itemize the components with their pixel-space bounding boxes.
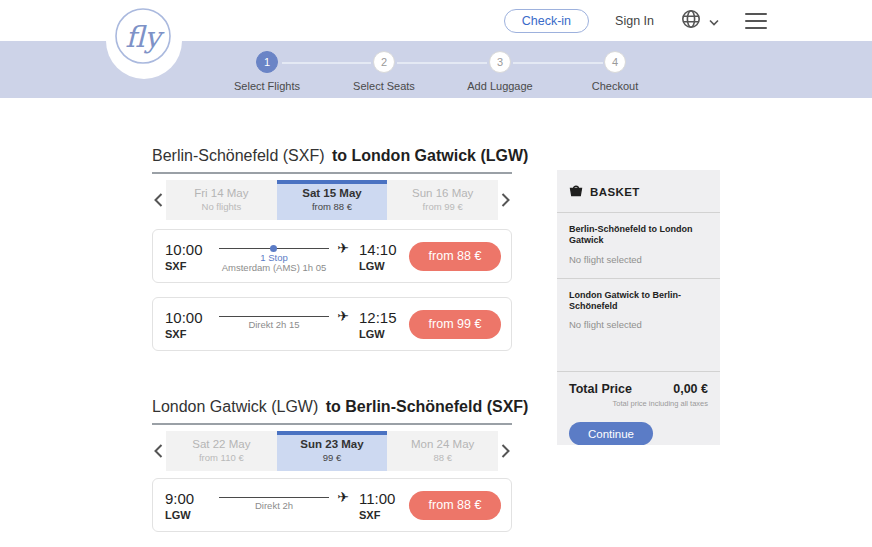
- section-title: Berlin-Schönefeld (SXF) to London Gatwic…: [152, 147, 512, 174]
- departure-airport-code: LGW: [165, 509, 215, 521]
- arrival-time: 14:10: [359, 241, 409, 258]
- date-tab-price: from 99 €: [387, 201, 498, 212]
- departure-airport-code: SXF: [165, 328, 215, 340]
- basket-total: Total Price 0,00 € Total price including…: [557, 372, 720, 445]
- basket-item-route: Berlin-Schönefeld to London Gatwick: [569, 224, 708, 247]
- basket-item-status: No flight selected: [569, 319, 708, 330]
- date-tab-price: 99 €: [277, 452, 388, 463]
- date-selector: Fri 14 May No flights Sat 15 May from 88…: [152, 180, 512, 220]
- section-title-origin: London Gatwick (LGW): [152, 398, 318, 415]
- fly-logo[interactable]: fly: [106, 3, 182, 79]
- route-detail: Direkt 2h: [217, 500, 331, 511]
- step-label: Select Seats: [328, 80, 440, 92]
- section-title-destination: to Berlin-Schönefeld (SXF): [326, 398, 529, 415]
- basket-header: BASKET: [557, 170, 720, 213]
- date-tab-sun-23-may[interactable]: Sun 23 May 99 €: [277, 431, 388, 471]
- flight-price-button[interactable]: from 88 €: [409, 242, 501, 271]
- chevron-right-icon[interactable]: [499, 180, 512, 220]
- date-tab-day: Sat 15 May: [277, 187, 388, 199]
- date-tabs: Fri 14 May No flights Sat 15 May from 88…: [166, 180, 498, 220]
- flight-route: ✈ Direkt 2h 15: [217, 297, 355, 351]
- step-add-luggage[interactable]: 3 Add Luggage: [444, 41, 556, 92]
- chevron-down-icon: [709, 12, 719, 30]
- step-number: 2: [373, 51, 395, 73]
- flight-option[interactable]: 9:00 LGW ✈ Direkt 2h 11:00 SXF from 88 €: [152, 478, 512, 532]
- step-label: Add Luggage: [444, 80, 556, 92]
- continue-button[interactable]: Continue: [569, 422, 653, 445]
- date-tab-sun-16-may[interactable]: Sun 16 May from 99 €: [387, 180, 498, 220]
- flight-price-button[interactable]: from 99 €: [409, 310, 501, 339]
- date-tab-sat-15-may[interactable]: Sat 15 May from 88 €: [277, 180, 388, 220]
- arrival-airport-code: LGW: [359, 328, 409, 340]
- route-line: [219, 497, 329, 498]
- basket-item-return: London Gatwick to Berlin-Schönefeld No f…: [557, 279, 720, 373]
- hamburger-menu-icon[interactable]: [745, 11, 767, 31]
- date-tab-day: Fri 14 May: [166, 187, 277, 199]
- departure-info: 10:00 SXF: [165, 309, 215, 340]
- date-tab-mon-24-may[interactable]: Mon 24 May 88 €: [387, 431, 498, 471]
- date-tab-price: No flights: [166, 201, 277, 212]
- sign-in-link[interactable]: Sign In: [615, 14, 654, 28]
- departure-time: 10:00: [165, 241, 215, 258]
- date-tab-fri-14-may[interactable]: Fri 14 May No flights: [166, 180, 277, 220]
- basket-item-outbound: Berlin-Schönefeld to London Gatwick No f…: [557, 213, 720, 279]
- section-title: London Gatwick (LGW) to Berlin-Schönefel…: [152, 398, 512, 425]
- date-tabs: Sat 22 May from 110 € Sun 23 May 99 € Mo…: [166, 431, 498, 471]
- arrival-info: 11:00 SXF: [359, 490, 409, 521]
- step-number: 3: [489, 51, 511, 73]
- step-label: Select Flights: [211, 80, 323, 92]
- date-tab-day: Sun 23 May: [277, 438, 388, 450]
- check-in-button[interactable]: Check-in: [504, 9, 589, 33]
- flight-option[interactable]: 10:00 SXF ✈ 1 Stop Amsterdam (AMS) 1h 05…: [152, 229, 512, 283]
- total-price-value: 0,00 €: [673, 382, 708, 396]
- date-tab-price: 88 €: [387, 452, 498, 463]
- departure-airport-code: SXF: [165, 260, 215, 272]
- flight-route: ✈ 1 Stop Amsterdam (AMS) 1h 05: [217, 229, 355, 283]
- outbound-section: Berlin-Schönefeld (SXF) to London Gatwic…: [152, 147, 512, 351]
- departure-time: 10:00: [165, 309, 215, 326]
- return-section: London Gatwick (LGW) to Berlin-Schönefel…: [152, 398, 512, 532]
- arrival-time: 12:15: [359, 309, 409, 326]
- flight-route: ✈ Direkt 2h: [217, 478, 355, 532]
- plane-icon: ✈: [337, 489, 349, 505]
- departure-time: 9:00: [165, 490, 215, 507]
- step-select-seats[interactable]: 2 Select Seats: [328, 41, 440, 92]
- flight-price-button[interactable]: from 88 €: [409, 491, 501, 520]
- date-tab-sat-22-may[interactable]: Sat 22 May from 110 €: [166, 431, 277, 471]
- arrival-time: 11:00: [359, 490, 409, 507]
- basket-icon: [569, 183, 583, 201]
- flight-option[interactable]: 10:00 SXF ✈ Direkt 2h 15 12:15 LGW from …: [152, 297, 512, 351]
- page: Check-in Sign In: [0, 0, 872, 547]
- departure-info: 10:00 SXF: [165, 241, 215, 272]
- arrival-info: 12:15 LGW: [359, 309, 409, 340]
- step-checkout[interactable]: 4 Checkout: [559, 41, 671, 92]
- route-line: [219, 316, 329, 317]
- plane-icon: ✈: [337, 240, 349, 256]
- route-detail: Direkt 2h 15: [217, 319, 331, 330]
- logo-text: fly: [125, 20, 165, 54]
- chevron-right-icon[interactable]: [499, 431, 512, 471]
- top-bar-actions: Check-in Sign In: [504, 0, 767, 41]
- date-selector: Sat 22 May from 110 € Sun 23 May 99 € Mo…: [152, 431, 512, 471]
- plane-icon: ✈: [337, 308, 349, 324]
- section-title-origin: Berlin-Schönefeld (SXF): [152, 147, 325, 164]
- globe-icon: [680, 8, 702, 34]
- chevron-left-icon[interactable]: [152, 431, 165, 471]
- date-tab-day: Sat 22 May: [166, 438, 277, 450]
- section-title-destination: to London Gatwick (LGW): [332, 147, 528, 164]
- language-selector[interactable]: [680, 8, 719, 34]
- date-tab-day: Sun 16 May: [387, 187, 498, 199]
- step-number: 4: [604, 51, 626, 73]
- basket-panel: BASKET Berlin-Schönefeld to London Gatwi…: [557, 170, 720, 445]
- step-select-flights[interactable]: 1 Select Flights: [211, 41, 323, 92]
- chevron-left-icon[interactable]: [152, 180, 165, 220]
- date-tab-day: Mon 24 May: [387, 438, 498, 450]
- basket-item-status: No flight selected: [569, 254, 708, 265]
- total-price-note: Total price including all taxes: [569, 399, 708, 408]
- departure-info: 9:00 LGW: [165, 490, 215, 521]
- basket-title: BASKET: [590, 186, 640, 198]
- basket-item-route: London Gatwick to Berlin-Schönefeld: [569, 290, 708, 313]
- arrival-airport-code: LGW: [359, 260, 409, 272]
- stop-dot: [270, 245, 277, 252]
- arrival-airport-code: SXF: [359, 509, 409, 521]
